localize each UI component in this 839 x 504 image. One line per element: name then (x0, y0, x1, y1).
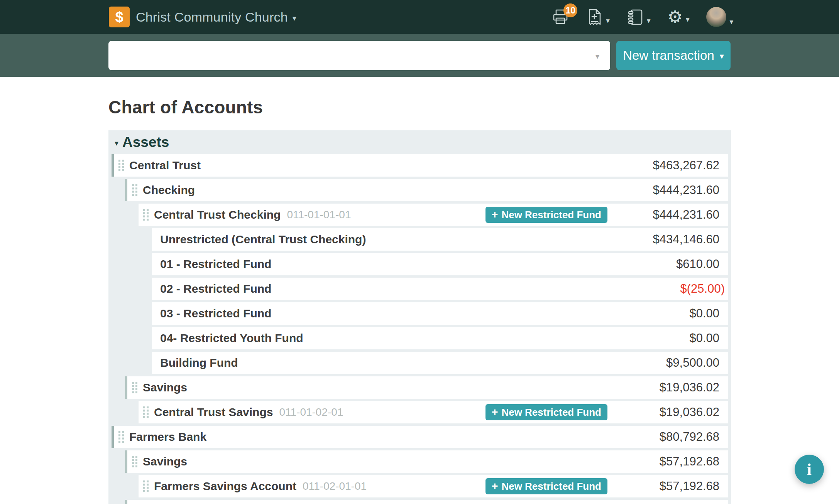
new-document-menu[interactable]: ▾ (587, 8, 610, 26)
new-restricted-fund-button[interactable]: + New Restricted Fund (485, 207, 607, 223)
account-rows: Central Trust $463,267.62 Checking $444,… (112, 154, 728, 504)
account-row[interactable]: Central Trust Checking 011-01-01-01 + Ne… (139, 204, 728, 226)
account-row[interactable]: Savings $19,036.02 (125, 376, 728, 399)
org-caret-icon: ▾ (293, 11, 296, 23)
new-document-caret-icon: ▾ (606, 17, 610, 26)
account-name[interactable]: Unrestricted (Central Trust Checking) (160, 233, 366, 246)
org-switcher[interactable]: $ Christ Community Church ▾ (109, 7, 296, 27)
account-row[interactable]: 01 - Restricted Fund $610.00 (152, 253, 728, 275)
ledger-caret-icon: ▾ (647, 17, 651, 26)
gear-icon: ⚙ (667, 9, 682, 25)
account-balance: $0.00 (623, 331, 719, 345)
account-name[interactable]: 03 - Restricted Fund (160, 307, 271, 320)
drag-handle-icon[interactable] (143, 406, 149, 418)
account-row[interactable]: Building Fund $9,500.00 (152, 352, 728, 374)
account-name[interactable]: Farmers Bank (129, 430, 206, 443)
user-caret-icon: ▾ (729, 18, 733, 27)
app-logo: $ (109, 7, 130, 27)
account-balance: $80,792.68 (623, 430, 719, 444)
plus-icon: + (492, 406, 498, 418)
drag-handle-icon[interactable] (143, 209, 149, 221)
account-balance: $9,500.00 (623, 356, 719, 370)
account-row[interactable]: 02 - Restricted Fund $(25.00) (152, 278, 728, 300)
account-row[interactable]: Checking $444,231.60 (125, 179, 728, 201)
new-restricted-fund-button[interactable]: + New Restricted Fund (485, 478, 607, 494)
ledger-book-icon (627, 8, 644, 26)
account-balance: $19,036.02 (623, 381, 719, 394)
account-number: 011-02-01-01 (303, 480, 367, 492)
account-balance: $57,192.68 (623, 479, 719, 493)
drag-handle-icon[interactable] (132, 382, 138, 393)
top-navigation-bar: $ Christ Community Church ▾ 10 (0, 0, 839, 34)
account-name[interactable]: Central Trust Checking (154, 208, 281, 221)
account-row[interactable]: 04- Restricted Youth Fund $0.00 (152, 327, 728, 349)
account-number: 011-01-02-01 (279, 406, 343, 418)
info-button[interactable]: i (795, 455, 824, 484)
user-menu[interactable]: ▾ (706, 7, 733, 27)
account-name[interactable]: Central Trust (129, 159, 201, 172)
info-icon: i (807, 460, 812, 479)
new-transaction-label: New transaction (623, 48, 714, 63)
account-row[interactable]: Money Market $23,600.00 (125, 500, 728, 504)
account-row[interactable]: Savings $57,192.68 (125, 450, 728, 473)
drag-handle-icon[interactable] (132, 456, 138, 467)
plus-icon: + (492, 480, 498, 492)
account-row[interactable]: Farmers Savings Account 011-02-01-01 + N… (139, 475, 728, 497)
section-assets[interactable]: ▾ Assets (112, 130, 728, 154)
account-name[interactable]: Savings (143, 381, 187, 394)
account-row[interactable]: Farmers Bank $80,792.68 (112, 426, 728, 448)
account-row[interactable]: Unrestricted (Central Trust Checking) $4… (152, 228, 728, 251)
account-name[interactable]: Savings (143, 455, 187, 468)
drag-handle-icon[interactable] (118, 431, 125, 443)
section-collapse-caret-icon: ▾ (115, 137, 118, 148)
ledger-menu[interactable]: ▾ (627, 8, 651, 26)
new-restricted-fund-button[interactable]: + New Restricted Fund (485, 404, 607, 420)
action-toolbar: ▾ New transaction ▾ (0, 34, 839, 77)
account-balance: $0.00 (623, 307, 719, 320)
account-balance: $444,231.60 (623, 183, 719, 197)
drag-handle-icon[interactable] (132, 184, 138, 196)
account-row[interactable]: 03 - Restricted Fund $0.00 (152, 302, 728, 325)
logo-dollar-glyph: $ (115, 9, 123, 25)
account-row[interactable]: Central Trust Savings 011-01-02-01 + New… (139, 401, 728, 423)
account-name[interactable]: Central Trust Savings (154, 406, 273, 419)
print-queue-button[interactable]: 10 (551, 8, 570, 26)
chart-of-accounts-page: Chart of Accounts ▾ Assets Central Trust… (0, 97, 839, 504)
account-number: 011-01-01-01 (287, 209, 351, 221)
account-name[interactable]: 01 - Restricted Fund (160, 258, 271, 271)
account-balance: $434,146.60 (623, 233, 719, 246)
account-balance: $610.00 (623, 257, 719, 271)
account-row[interactable]: Central Trust $463,267.62 (112, 154, 728, 177)
drag-handle-icon[interactable] (118, 160, 125, 171)
drag-handle-icon[interactable] (143, 480, 149, 492)
org-name: Christ Community Church (136, 10, 288, 25)
account-name[interactable]: Building Fund (160, 356, 238, 369)
account-name[interactable]: Checking (143, 184, 195, 197)
account-name[interactable]: 02 - Restricted Fund (160, 282, 271, 295)
section-label: Assets (122, 134, 169, 150)
page-title: Chart of Accounts (108, 97, 731, 118)
avatar (706, 7, 726, 27)
new-transaction-button[interactable]: New transaction ▾ (616, 41, 731, 70)
account-name[interactable]: 04- Restricted Youth Fund (160, 332, 303, 345)
accounts-table: ▾ Assets Central Trust $463,267.62 (108, 130, 731, 504)
plus-icon: + (492, 209, 498, 221)
account-balance: $19,036.02 (623, 405, 719, 419)
new-transaction-caret-icon: ▾ (720, 50, 724, 61)
account-balance: $463,267.62 (623, 158, 719, 172)
settings-caret-icon: ▾ (686, 16, 690, 25)
new-receipt-icon (587, 8, 603, 26)
search-account-combobox[interactable] (108, 41, 610, 70)
account-balance: $(25.00) (628, 282, 725, 296)
settings-menu[interactable]: ⚙ ▾ (667, 9, 689, 25)
account-name[interactable]: Farmers Savings Account (154, 480, 296, 493)
account-balance: $444,231.60 (623, 208, 719, 222)
account-balance: $57,192.68 (623, 455, 719, 469)
print-count-badge: 10 (563, 3, 577, 17)
